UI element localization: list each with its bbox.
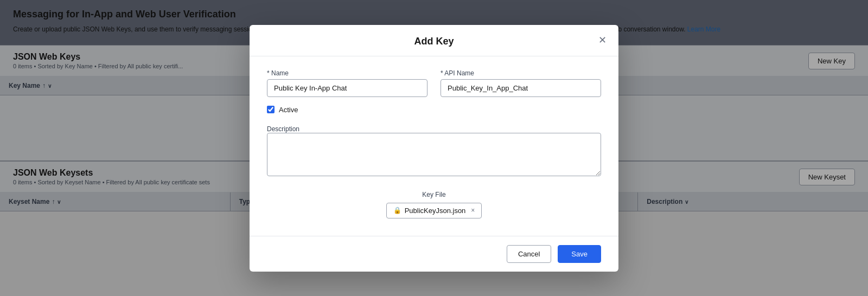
description-textarea[interactable] xyxy=(267,133,601,176)
api-name-input[interactable] xyxy=(441,79,601,97)
modal-close-button[interactable]: ✕ xyxy=(595,33,610,48)
api-name-label: * API Name xyxy=(441,69,601,77)
name-api-row: * Name * API Name xyxy=(267,69,601,97)
key-file-label: Key File xyxy=(422,191,445,198)
lock-icon: 🔒 xyxy=(393,207,401,214)
key-file-name: PublicKeyJson.json xyxy=(405,207,466,215)
add-key-modal: Add Key ✕ * Name * API Name Active xyxy=(250,25,618,272)
active-checkbox[interactable] xyxy=(267,106,275,113)
name-label: * Name xyxy=(267,69,427,77)
key-file-section: Key File 🔒 PublicKeyJson.json × xyxy=(267,191,601,218)
remove-file-icon[interactable]: × xyxy=(471,207,475,214)
api-name-group: * API Name xyxy=(441,69,601,97)
modal-overlay: Add Key ✕ * Name * API Name Active xyxy=(0,0,868,296)
modal-header: Add Key ✕ xyxy=(250,25,618,56)
modal-body: * Name * API Name Active Description xyxy=(250,56,618,236)
description-group: Description xyxy=(267,125,601,178)
cancel-button[interactable]: Cancel xyxy=(507,245,551,263)
active-label: Active xyxy=(279,106,298,114)
name-input[interactable] xyxy=(267,79,427,97)
save-button[interactable]: Save xyxy=(558,245,601,263)
file-tag: 🔒 PublicKeyJson.json × xyxy=(386,203,482,218)
name-group: * Name xyxy=(267,69,427,97)
active-row: Active xyxy=(267,106,601,114)
modal-title: Add Key xyxy=(414,36,454,47)
page-background: Messaging for In-App and Web User Verifi… xyxy=(0,0,868,296)
modal-footer: Cancel Save xyxy=(250,236,618,272)
description-label: Description xyxy=(267,125,299,133)
